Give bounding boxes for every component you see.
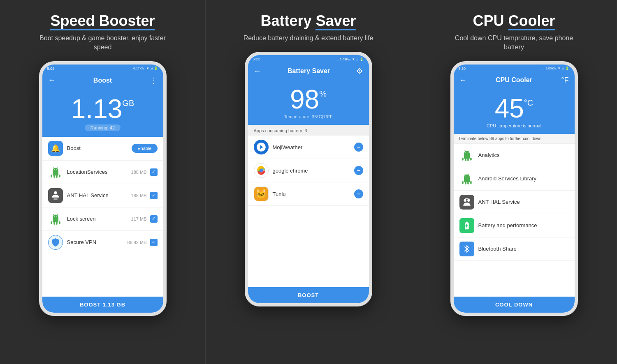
app-header-3: ← CPU Cooler °F [454, 73, 575, 88]
battery-saver-phone: 5:22 ... 1.03K/s ▼ ⊿ 🔋 ← Battery Saver ⚙… [245, 52, 372, 306]
app-name: Lock screen [67, 216, 131, 222]
speed-booster-title: Speed Booster [50, 12, 155, 30]
android-icon-2 [48, 212, 63, 226]
list-item: 🐱 Tuniu − [248, 182, 369, 206]
status-bar-2: 5:22 ... 1.03K/s ▼ ⊿ 🔋 [248, 55, 369, 63]
cpu-list-header: Terminate below 39 apps to further cool … [454, 134, 575, 144]
hero-temp-2: Temperature: 35°C|76°F [284, 114, 333, 119]
chrome-icon [254, 163, 269, 178]
app-list-3: Analytics Android Services Library ANT H… [454, 144, 575, 297]
cpu-cooler-phone: 5:30 ... 1.00K/s ▼ ⊿ 🔋 ← CPU Cooler °F 4… [450, 61, 578, 316]
ant-icon-1 [48, 188, 63, 203]
hero-normal-3: CPU temperature is normal [487, 123, 541, 128]
speed-booster-phone: 5:04 ... 0.17K/s ▼ ⊿ 🔋 ← Boost ⋮ 1.13 GB… [39, 61, 167, 316]
back-icon-3[interactable]: ← [459, 76, 467, 85]
cpu-cooler-subtitle: Cool down CPU temprature, save phone bat… [448, 34, 580, 52]
checkbox[interactable]: ✓ [150, 192, 158, 199]
app-name: Android Services Library [478, 175, 569, 182]
status-icons-1: ... 0.17K/s ▼ ⊿ 🔋 [130, 67, 158, 70]
app-list-1: LocationServices 188 MB ✓ ANT HAL Servic… [42, 161, 163, 297]
battery-saver-panel: Battery Saver Reduce battery draining & … [206, 0, 411, 364]
app-name: ANT HAL Service [67, 192, 131, 198]
list-item: ANT HAL Service [454, 191, 575, 214]
cool-down-button[interactable]: COOL DOWN [454, 297, 575, 313]
boost-plus-row: 🔔 Boost+ Enable [42, 137, 163, 160]
list-item: google chrome − [248, 159, 369, 182]
unit-icon-3: °F [561, 76, 568, 85]
svg-point-3 [467, 199, 470, 202]
list-item: Battery and performance [454, 214, 575, 237]
tuniu-icon: 🐱 [254, 187, 269, 201]
hero-sub-1: Running: 42 [85, 124, 121, 131]
app-size: 117 MB [131, 217, 147, 221]
battery-perf-icon [459, 218, 474, 233]
ant-icon-2 [459, 195, 474, 210]
speed-booster-subtitle: Boot speedup & game booster, enjoy faste… [37, 34, 169, 52]
svg-point-0 [54, 191, 57, 194]
remove-button[interactable]: − [354, 166, 363, 175]
bluetooth-icon [459, 242, 474, 256]
battery-boost-button[interactable]: BOOST [248, 287, 369, 303]
list-item: Secure VPN 86.82 MB ✓ [42, 231, 163, 254]
app-title-3: CPU Cooler [496, 76, 532, 84]
app-name: MojiWeather [273, 144, 354, 150]
list-item: Bluetooth Share [454, 237, 575, 261]
battery-saver-title: Battery Saver [260, 12, 356, 30]
hero-value-2: 98 % [290, 86, 327, 113]
app-name: Bluetooth Share [478, 246, 569, 252]
hero-section-1: 1.13 GB Running: 42 [42, 88, 163, 137]
boost-plus-icon: 🔔 [48, 141, 63, 156]
list-item: Analytics [454, 144, 575, 167]
list-item: ANT HAL Service 188 MB ✓ [42, 184, 163, 207]
hero-value-3: 45 °C [495, 95, 533, 122]
android-icon-1 [48, 165, 63, 180]
status-bar-3: 5:30 ... 1.00K/s ▼ ⊿ 🔋 [454, 65, 575, 73]
battery-list-header: Apps consuming battery: 3 [248, 125, 369, 136]
boost-action-button[interactable]: BOOST 1.13 GB [42, 297, 163, 313]
app-title-1: Boost [93, 77, 112, 84]
back-icon-1[interactable]: ← [48, 76, 56, 85]
app-name: LocationServices [67, 169, 131, 175]
hero-value-1: 1.13 GB [71, 96, 134, 122]
speed-booster-title-text: Speed Booster [50, 12, 155, 30]
boost-plus-label: Boost+ [67, 145, 132, 151]
app-size: 188 MB [131, 193, 147, 198]
app-name: google chrome [273, 168, 354, 174]
status-time-3: 5:30 [459, 67, 466, 71]
back-icon-2[interactable]: ← [254, 67, 261, 76]
app-name: Battery and performance [478, 222, 569, 228]
app-header-2: ← Battery Saver ⚙ [248, 63, 369, 79]
moji-icon [254, 140, 269, 154]
app-name: ANT HAL Service [478, 199, 569, 205]
app-list-2: MojiWeather − google chrome − 🐱 Tuniu − [248, 136, 369, 287]
app-name: Analytics [478, 152, 569, 158]
enable-button[interactable]: Enable [132, 144, 157, 153]
list-item: LocationServices 188 MB ✓ [42, 161, 163, 184]
speed-booster-panel: Speed Booster Boot speedup & game booste… [0, 0, 206, 364]
settings-icon-2[interactable]: ⚙ [356, 67, 363, 76]
cpu-cooler-panel: CPU Cooler Cool down CPU temprature, sav… [411, 0, 617, 364]
battery-saver-subtitle: Reduce battery draining & extend battery… [244, 34, 373, 43]
status-time-1: 5:04 [47, 67, 55, 71]
svg-point-2 [464, 199, 466, 202]
checkbox[interactable]: ✓ [150, 168, 158, 176]
app-title-2: Battery Saver [288, 67, 330, 75]
hero-section-2: 98 % Temperature: 35°C|76°F [248, 79, 369, 125]
app-name: Tuniu [273, 191, 354, 197]
remove-button[interactable]: − [354, 143, 363, 152]
app-size: 188 MB [131, 170, 147, 175]
vpn-icon [48, 235, 63, 250]
app-size: 86.82 MB [127, 240, 146, 245]
status-icons-3: ... 1.00K/s ▼ ⊿ 🔋 [542, 67, 570, 70]
list-item: Lock screen 117 MB ✓ [42, 207, 163, 231]
list-item: MojiWeather − [248, 136, 369, 159]
android-icon-3 [459, 171, 474, 186]
checkbox[interactable]: ✓ [150, 215, 158, 223]
app-header-1: ← Boost ⋮ [42, 73, 163, 88]
menu-icon-1[interactable]: ⋮ [150, 76, 157, 85]
list-item: Android Services Library [454, 167, 575, 191]
checkbox[interactable]: ✓ [150, 239, 158, 246]
status-bar-1: 5:04 ... 0.17K/s ▼ ⊿ 🔋 [42, 65, 163, 73]
remove-button[interactable]: − [354, 189, 363, 198]
status-icons-2: ... 1.03K/s ▼ ⊿ 🔋 [336, 58, 364, 61]
